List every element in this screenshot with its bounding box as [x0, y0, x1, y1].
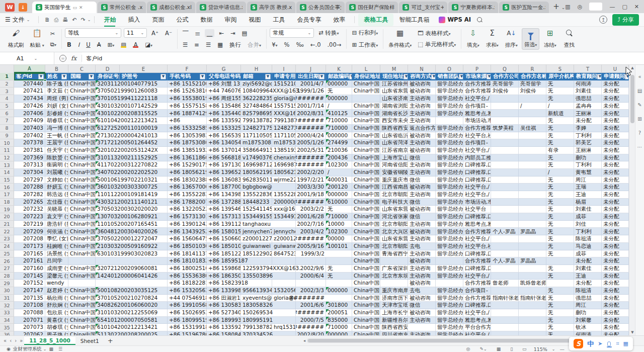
cell-M22[interactable]: 北京大兴区: [380, 228, 408, 235]
cell-U3[interactable]: 未分配: [602, 87, 629, 95]
cell-O2[interactable]: 留学总经办: [436, 80, 463, 88]
scroll-down-icon[interactable]: ▼: [629, 330, 635, 334]
cell-S8[interactable]: 无: [546, 125, 574, 132]
cell-Q15[interactable]: [491, 177, 519, 184]
cell-A34[interactable]: 207071: [14, 317, 45, 324]
add-sheet-button[interactable]: +: [104, 337, 117, 344]
cell-M18[interactable]: 电子科技大: [380, 199, 408, 206]
cell-Q16[interactable]: [491, 184, 519, 191]
tools-pane-icon[interactable]: ✎: [637, 102, 641, 108]
cell-Q20[interactable]: [491, 213, 519, 221]
filter-button-T[interactable]: ▼: [597, 74, 602, 79]
cell-G15[interactable]: +86 13608312: [207, 177, 241, 184]
cell-M2[interactable]: 江苏省徐州: [380, 80, 408, 88]
header-cell-K1[interactable]: 邮政编码▼: [326, 73, 352, 80]
column-header-G[interactable]: G: [207, 65, 241, 73]
cell-M27[interactable]: 广东省深圳: [380, 265, 408, 273]
cell-O23[interactable]: 留学总经办: [436, 235, 463, 243]
menu-item-页面[interactable]: 页面: [146, 14, 170, 26]
cell-U15[interactable]: 未分配: [602, 177, 629, 184]
cell-A9[interactable]: 207402: [14, 132, 45, 140]
cell-O16[interactable]: 留学总经办: [436, 184, 463, 191]
cell-Q21[interactable]: [491, 221, 519, 228]
cell-H6[interactable]: 825798695: [241, 110, 272, 117]
cell-Q13[interactable]: [491, 161, 519, 169]
mode-label[interactable]: 业财管理系统: [13, 346, 42, 352]
cell-R20[interactable]: [519, 213, 546, 221]
cell-T5[interactable]: 孟冉冉: [574, 103, 602, 110]
cell-O28[interactable]: 留学总经办: [436, 273, 463, 280]
cell-K21[interactable]: 10000: [326, 221, 352, 228]
paste-button[interactable]: 📋 粘贴 ▾: [28, 28, 46, 50]
cell-D30[interactable]: 500108200203035125: [96, 287, 168, 295]
align-top-icon[interactable]: ⎺: [181, 29, 191, 37]
cell-Q11[interactable]: [491, 147, 519, 154]
cell-O30[interactable]: 留学总经办: [436, 287, 463, 295]
cell-F36[interactable]: +86 15196786: [168, 331, 207, 335]
header-cell-F1[interactable]: 手机号码▼: [168, 73, 207, 80]
cell-A29[interactable]: 207152: [14, 280, 45, 287]
save-icon[interactable]: 🗎: [42, 17, 52, 23]
search-icon[interactable]: [477, 17, 482, 23]
cell-I5[interactable]: 155751588: [272, 103, 296, 110]
cell-H13[interactable]: 169698712: [241, 161, 272, 169]
cell-I15[interactable]: wjrme221@: [272, 177, 296, 184]
cell-A7[interactable]: 207409: [14, 117, 45, 125]
cell-R29[interactable]: 凯烁曾老师: [519, 280, 546, 287]
font-name-select[interactable]: 等线⌄: [65, 28, 121, 38]
cell-M15[interactable]: 重庆重庆市: [380, 177, 408, 184]
filter-button-A[interactable]: ▼: [38, 74, 44, 79]
cell-I10[interactable]: m1875308: [272, 139, 296, 147]
cell-I36[interactable]: [272, 331, 296, 335]
cell-F14[interactable]: +86 18056219: [168, 169, 207, 177]
cell-A21[interactable]: 207219: [14, 221, 45, 228]
row-header-19[interactable]: 19: [0, 206, 14, 213]
cell-O11[interactable]: 留学总经办: [436, 147, 463, 154]
filter-button-M[interactable]: ▼: [404, 74, 408, 79]
cell-F2[interactable]: +86 15152100: [168, 80, 207, 88]
row-header-29[interactable]: 29: [0, 280, 14, 287]
document-tab-9[interactable]: S医护五险一金.xlsx: [499, 2, 549, 13]
cell-B10[interactable]: 王晨宇 (男: [45, 139, 68, 147]
cell-G36[interactable]: +86 15808419: [207, 331, 241, 335]
cell-P9[interactable]: 社交平台,社: [463, 132, 491, 140]
cell-G27[interactable]: +86 15986802: [207, 265, 241, 273]
cell-C24[interactable]: China中国: [68, 243, 96, 250]
cell-J4[interactable]: ########: [296, 95, 326, 103]
vertical-scroll-thumb[interactable]: [630, 75, 634, 123]
cell-Q27[interactable]: [491, 265, 519, 273]
row-header-4[interactable]: 4: [0, 95, 14, 103]
cell-H7[interactable]: 799138782: [241, 117, 272, 125]
cell-R31[interactable]: 指南针张老: [519, 295, 546, 302]
cell-G14[interactable]: +86 13965221: [207, 169, 241, 177]
cell-P3[interactable]: 合作方推荐: [463, 87, 491, 95]
cell-K17[interactable]: 000000: [326, 191, 352, 199]
cell-A8[interactable]: 207403: [14, 125, 45, 132]
cell-M28[interactable]: 北京市东坝: [380, 273, 408, 280]
copy-button[interactable]: ⧉▾: [48, 40, 58, 48]
header-cell-A1[interactable]: 客户id▼: [14, 73, 45, 80]
cell-J15[interactable]: 1997/2/21: [296, 177, 326, 184]
cell-H14[interactable]: 180562199: [241, 169, 272, 177]
download-manager-icon[interactable]: ↓: [19, 3, 27, 12]
cell-R26[interactable]: 罗晶晶: [519, 257, 546, 265]
more-icon[interactable]: ⋯: [637, 144, 642, 150]
cell-B4[interactable]: 周煜 (男): [45, 95, 68, 103]
cell-U8[interactable]: 未分配: [602, 125, 629, 132]
column-header-S[interactable]: S: [546, 65, 574, 73]
cell-Q9[interactable]: [491, 132, 519, 140]
column-header-A[interactable]: A: [14, 65, 45, 73]
cell-L3[interactable]: China中国: [352, 87, 380, 95]
cell-M6[interactable]: 湖南省长沙: [380, 110, 408, 117]
cell-M35[interactable]: 陕西省西安: [380, 324, 408, 331]
cell-O10[interactable]: 留学总经办: [436, 139, 463, 147]
row-header-36[interactable]: 36: [0, 331, 14, 335]
wps-logo-icon[interactable]: W: [5, 3, 15, 12]
sort-button[interactable]: A↓ 排序▾: [503, 28, 520, 50]
cell-N33[interactable]: 被动咨询: [408, 309, 436, 317]
cell-U29[interactable]: 未分配: [602, 280, 629, 287]
cell-O9[interactable]: 留学总经办: [436, 132, 463, 140]
cell-P27[interactable]: 口碑推荐,口: [463, 265, 491, 273]
cell-T19[interactable]: 刘素佳: [574, 206, 602, 213]
collapse-panel-icon[interactable]: «: [638, 74, 641, 79]
